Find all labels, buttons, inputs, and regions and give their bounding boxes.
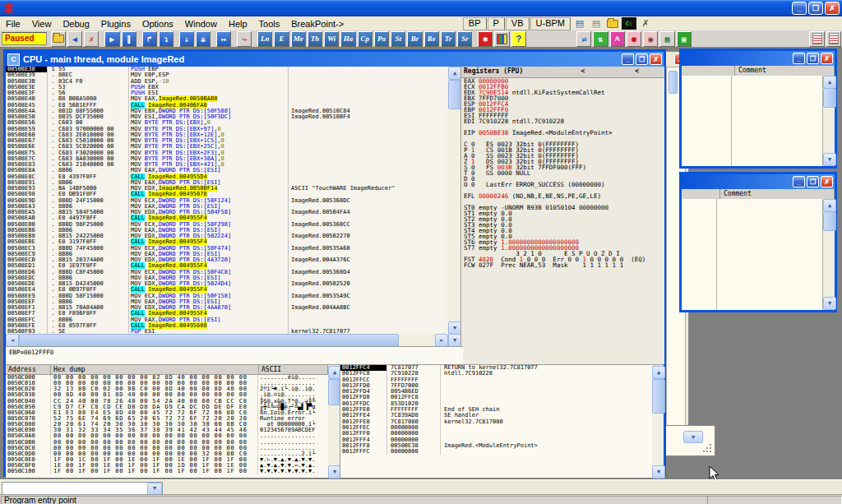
step-over-icon[interactable]: ↴ <box>159 31 173 47</box>
step-into-icon[interactable]: ↱ <box>142 31 157 47</box>
memory-pane-button[interactable]: Me <box>291 31 306 47</box>
dump-vscrollbar[interactable]: ▲ ▼ <box>328 364 340 478</box>
disasm-vscrollbar[interactable]: ▲ ▼ ▼ <box>447 67 460 346</box>
animate-into-icon[interactable]: ⇓ <box>179 31 194 47</box>
restart-icon[interactable]: ◀ <box>67 31 82 47</box>
menu-file[interactable]: File <box>0 18 26 30</box>
list-icon-1[interactable] <box>809 31 824 47</box>
threads-pane-button[interactable]: Th <box>308 31 322 47</box>
stack-row[interactable]: 0012FFEC00000000 <box>340 425 653 431</box>
sw1-close-button[interactable]: ✗ <box>821 53 833 64</box>
source-pane-button[interactable]: Sr <box>457 31 472 47</box>
executables-pane-button[interactable]: E <box>274 31 289 47</box>
stack-row[interactable]: 0012FFE0FFFFFFFFEnd of SEH chain <box>340 407 653 413</box>
cpu-maximize-button[interactable]: ❐ <box>636 53 648 65</box>
disasm-row[interactable]: 00508E3B.83C4 F0ADD ESP,-10 <box>6 79 447 85</box>
disasm-row[interactable]: 00508E3E.53PUSH EBX <box>6 85 447 90</box>
menu-options[interactable]: Options <box>136 18 179 30</box>
combo-dropdown-icon[interactable]: ▼ <box>147 483 162 495</box>
hex-dump-pane[interactable]: Address Hex dump ASCII 0050C00000 00 00 … <box>6 364 328 478</box>
log-pane-button[interactable]: Ln <box>257 31 272 47</box>
stack-row[interactable]: 0012FFCCFFFFFFFF <box>340 377 653 383</box>
sw1-scroll-up-icon[interactable]: ▲ <box>823 76 836 89</box>
notes-icon[interactable]: ▤ <box>572 17 587 30</box>
side-window-top-titlebar[interactable]: _ ❐ ✗ <box>682 51 835 66</box>
sw1-scroll-down-icon[interactable]: ▼ <box>823 153 836 166</box>
windows-pane-button[interactable]: Wi <box>324 31 339 47</box>
stack-scroll-down-icon[interactable]: ▼ <box>652 465 665 479</box>
close-button[interactable]: ✗ <box>825 2 840 15</box>
stack-scroll-thumb[interactable] <box>652 379 665 414</box>
sw1-maximize-button[interactable]: ❐ <box>807 53 819 64</box>
sw2-vscrollbar[interactable]: ▲ ▼ <box>823 199 835 310</box>
disasm-hscroll-thumb[interactable] <box>19 334 399 347</box>
handles-pane-button[interactable]: Ha <box>340 31 355 47</box>
breakpoints-pane-button[interactable]: Br <box>407 31 422 47</box>
stack-scroll-up-icon[interactable]: ▲ <box>652 366 665 379</box>
minimize-button[interactable]: _ <box>792 2 807 15</box>
stack-row[interactable]: 0012FFE87C817080kernel32.7C817080 <box>340 419 653 425</box>
close-program-icon[interactable]: ✗ <box>84 31 99 47</box>
cpu-minimize-button[interactable]: _ <box>622 53 634 65</box>
stack-row[interactable]: 0012FFD07FFD7000 <box>340 383 653 389</box>
scroll-down2-icon[interactable]: ▼ <box>448 334 461 347</box>
breakpoint-plugin-icon[interactable]: ● <box>627 31 641 47</box>
fragment-scroll-down-icon[interactable]: ▼ <box>683 431 703 443</box>
disasm-row[interactable]: 00508EFE.E8 8597F8FFCALL ImageRed.004956… <box>6 323 447 329</box>
stack-row[interactable]: 0012FFC47C817077RETURN to kernel32.7C817… <box>340 365 653 371</box>
sw2-body[interactable] <box>682 199 823 310</box>
command-input[interactable] <box>2 483 147 495</box>
sw1-scroll-thumb[interactable] <box>823 88 836 108</box>
disasm-hscrollbar[interactable]: ◄ ► <box>6 334 447 346</box>
sw2-scroll-down-icon[interactable]: ▼ <box>823 297 836 310</box>
console-icon[interactable]: C: <box>622 17 636 30</box>
register-line[interactable]: EFL 00000246 (NO,NB,E,BE,NS,PE,GE,LE) <box>461 193 664 199</box>
menu-button-vb[interactable]: VB <box>506 17 530 30</box>
menu-breakpoint[interactable]: BreakPoint-> <box>285 18 349 30</box>
register-line[interactable]: T 0 GS 0000 NULL <box>461 170 664 176</box>
stack-pane-button[interactable]: St <box>391 31 405 47</box>
menu-plugins[interactable]: Plugins <box>95 18 136 30</box>
side-window-bottom-titlebar[interactable]: _ ❐ ✗ <box>682 174 835 189</box>
sw1-body[interactable] <box>682 76 823 166</box>
menu-button-bp[interactable]: BP <box>463 17 487 30</box>
sw2-minimize-button[interactable]: _ <box>793 176 805 187</box>
pause-icon[interactable]: ∥ <box>122 31 136 47</box>
patches-pane-button[interactable]: Pa <box>374 31 389 47</box>
trace-pane-button[interactable]: Tr <box>441 31 456 47</box>
stack-row[interactable]: 0012FFD80012FFC8 <box>340 395 653 400</box>
menu-button-ubpm[interactable]: U-BPM <box>530 17 571 30</box>
cpu-close-button[interactable]: ✗ <box>650 53 662 65</box>
sw1-vscrollbar[interactable]: ▲ ▼ <box>823 76 835 166</box>
swap-plugin-icon[interactable]: ⇄ <box>576 31 591 47</box>
stack-row[interactable]: 0012FFF000000000 <box>340 431 653 437</box>
stack-row[interactable]: 0012FFF80050BE38ImageRed.<ModuleEntryPoi… <box>340 443 653 449</box>
resize-grip[interactable] <box>702 443 712 453</box>
stack-row[interactable]: 0012FFD48054B6ED <box>340 389 653 395</box>
scroll-right-icon[interactable]: ► <box>435 334 448 347</box>
references-pane-button[interactable]: Re <box>424 31 439 47</box>
menu-button-p[interactable]: P <box>488 17 505 30</box>
animate-over-icon[interactable]: ⇊ <box>196 31 210 47</box>
spiral-plugin-icon[interactable]: ◉ <box>643 31 658 47</box>
folder-icon[interactable] <box>605 17 620 30</box>
cpu-titlebar[interactable]: C CPU - main thread, module ImageRed _ ❐… <box>6 52 664 67</box>
appearance-icon[interactable] <box>494 31 509 47</box>
open-file-icon[interactable] <box>51 31 66 47</box>
stack-row[interactable]: 0012FFFC00000000 <box>340 449 653 455</box>
scroll-left-icon[interactable]: ◄ <box>6 334 19 347</box>
cpu-pane-button[interactable]: Cp <box>358 31 372 47</box>
dump-row[interactable]: 0050C1001F 00 1F 00 1F 00 1F 00 1F 00 1F… <box>6 469 328 474</box>
stack-vscrollbar[interactable]: ▲ ▼ <box>652 364 664 478</box>
menu-window[interactable]: Window <box>179 18 223 30</box>
sw2-scroll-thumb[interactable] <box>823 211 836 231</box>
assembler-plugin-icon[interactable]: A <box>610 31 625 47</box>
updown-plugin-icon[interactable]: ⇅ <box>593 31 608 47</box>
help-icon[interactable]: ? <box>511 31 526 47</box>
execute-till-return-icon[interactable]: ↦ <box>216 31 231 47</box>
scroll-down-icon[interactable]: ▼ <box>448 321 461 335</box>
options-icon[interactable]: ✱ <box>478 31 493 47</box>
menu-debug[interactable]: Debug <box>57 18 95 30</box>
grid-plugin-icon[interactable]: ▦ <box>659 31 674 47</box>
go-to-address-icon[interactable]: ↪ <box>237 31 252 47</box>
